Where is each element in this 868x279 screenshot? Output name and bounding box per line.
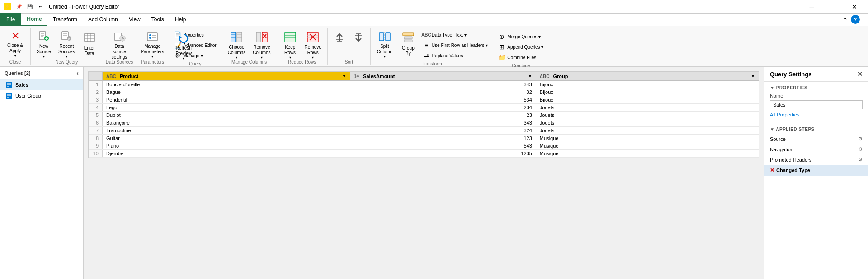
sort-desc-icon xyxy=(351,30,366,45)
keep-rows-icon xyxy=(283,30,297,44)
properties-label: PROPERTIES xyxy=(776,85,807,90)
tab-file[interactable]: File xyxy=(0,13,21,26)
tab-transform[interactable]: Transform xyxy=(47,13,83,26)
enter-data-icon xyxy=(82,30,97,45)
step-gear-icon[interactable]: ⚙ xyxy=(858,136,863,142)
product-cell: Boucle d'oreille xyxy=(103,81,350,88)
combine-files-button[interactable]: 📁 Combine Files xyxy=(496,52,546,62)
reduce-rows-buttons: KeepRows ▾ RemoveRows ▾ xyxy=(280,28,325,59)
product-cell: Piano xyxy=(103,142,350,150)
keep-rows-button[interactable]: KeepRows ▾ xyxy=(280,28,301,59)
app-icon: ⚡ xyxy=(4,3,11,10)
help-icon[interactable]: ? xyxy=(851,15,860,24)
refresh-preview-label: RefreshPreview xyxy=(175,46,192,56)
query-settings-close-button[interactable]: ✕ xyxy=(857,70,863,78)
applied-steps-section-title: ▼ APPLIED STEPS xyxy=(764,123,868,134)
window-undo[interactable]: ↩ xyxy=(36,2,45,11)
append-queries-button[interactable]: ⊞ Append Queries ▾ xyxy=(496,42,546,52)
svg-rect-32 xyxy=(262,32,267,42)
window-save[interactable]: 💾 xyxy=(25,2,34,11)
sales-amount-cell: 534 xyxy=(350,96,536,104)
remove-columns-button[interactable]: RemoveColumns ▾ xyxy=(250,28,274,59)
enter-data-label: EnterData xyxy=(84,46,95,56)
group-by-button[interactable]: GroupBy xyxy=(397,28,420,59)
query-name-input[interactable] xyxy=(770,100,863,109)
close-apply-button[interactable]: ✕ Close &Apply ▾ xyxy=(3,28,28,59)
replace-values-label: Replace Values xyxy=(432,53,463,58)
product-cell: Bague xyxy=(103,88,350,96)
sort-asc-button[interactable] xyxy=(330,28,349,59)
group-col-dropdown[interactable]: ▼ xyxy=(751,74,755,79)
row-number: 2 xyxy=(89,88,103,96)
applied-step-promoted-headers[interactable]: Promoted Headers ⚙ xyxy=(764,154,868,165)
close-button[interactable]: ✕ xyxy=(844,0,864,14)
svg-rect-49 xyxy=(379,33,384,41)
product-col-dropdown[interactable]: ▼ xyxy=(342,74,346,79)
enter-data-button[interactable]: EnterData xyxy=(79,28,100,59)
sales-amount-col-dropdown[interactable]: ▼ xyxy=(528,74,532,79)
product-cell: Trampoline xyxy=(103,127,350,135)
svg-rect-52 xyxy=(403,33,414,36)
new-source-icon xyxy=(37,30,51,43)
first-row-headers-label: Use First Row as Headers ▾ xyxy=(432,43,488,48)
merge-queries-button[interactable]: ⊕ Merge Queries ▾ xyxy=(496,32,546,42)
ribbon-group-combine: ⊕ Merge Queries ▾ ⊞ Append Queries ▾ 📁 C… xyxy=(493,28,548,65)
manage-columns-buttons: ChooseColumns ▾ RemoveColumns ▾ xyxy=(225,28,274,59)
split-column-button[interactable]: SplitColumn ▾ xyxy=(373,28,396,59)
remove-rows-button[interactable]: RemoveRows ▾ xyxy=(302,28,325,59)
split-column-dropdown[interactable]: ▾ xyxy=(384,55,386,59)
tab-view[interactable]: View xyxy=(123,13,146,26)
applied-step-navigation[interactable]: Navigation ⚙ xyxy=(764,144,868,154)
replace-values-button[interactable]: ⇄ Replace Values xyxy=(420,51,490,60)
refresh-preview-button[interactable]: RefreshPreview ▾ xyxy=(172,30,195,60)
group-col-label: Group xyxy=(553,74,568,79)
sidebar-item-sales[interactable]: Sales xyxy=(0,79,83,90)
tab-help[interactable]: Help xyxy=(170,13,192,26)
step-gear-icon[interactable]: ⚙ xyxy=(858,157,863,163)
table-row: 5 Duplot 23 Jouets xyxy=(89,112,759,119)
product-cell: Balançoire xyxy=(103,119,350,127)
remove-columns-label: RemoveColumns xyxy=(253,45,270,56)
combine-files-icon: 📁 xyxy=(498,54,505,61)
data-type-label: Data Type: Text ▾ xyxy=(432,33,467,37)
minimize-button[interactable]: ─ xyxy=(802,0,822,14)
recent-sources-button[interactable]: ↺ RecentSources ▾ xyxy=(55,28,78,59)
all-properties-link[interactable]: All Properties xyxy=(764,110,868,119)
applied-step-source[interactable]: Source ⚙ xyxy=(764,134,868,144)
first-row-headers-button[interactable]: ≡ Use First Row as Headers ▾ xyxy=(420,40,490,50)
svg-text:↺: ↺ xyxy=(68,37,71,41)
manage-parameters-button[interactable]: ManageParameters ▾ xyxy=(139,28,166,59)
new-source-button[interactable]: NewSource ▾ xyxy=(33,28,54,59)
refresh-preview-dropdown[interactable]: ▾ xyxy=(183,56,184,61)
data-source-settings-button[interactable]: Data sourcesettings xyxy=(106,28,132,59)
svg-rect-26 xyxy=(237,32,242,42)
data-type-button[interactable]: ABC Data Type: Text ▾ xyxy=(420,30,490,40)
close-apply-dropdown[interactable]: ▾ xyxy=(14,54,16,58)
applied-step-changed-type[interactable]: ✕ Changed Type xyxy=(764,165,868,176)
sidebar-collapse-button[interactable]: ‹ xyxy=(76,70,79,77)
choose-columns-button[interactable]: ChooseColumns ▾ xyxy=(225,28,249,59)
product-cell: Duplot xyxy=(103,112,350,119)
group-column-header[interactable]: ABC Group ▼ xyxy=(536,72,759,81)
sort-desc-button[interactable] xyxy=(349,28,368,59)
svg-rect-35 xyxy=(285,32,296,42)
query-settings-header: Query Settings ✕ xyxy=(764,67,868,82)
sidebar-item-user-group[interactable]: User Group xyxy=(0,90,83,101)
window-pin[interactable]: 📌 xyxy=(14,2,24,11)
step-gear-icon[interactable]: ⚙ xyxy=(858,146,863,152)
table-row: 9 Piano 543 Musique xyxy=(89,142,759,150)
ribbon-collapse-icon[interactable]: ⌃ xyxy=(842,16,848,25)
data-table-wrapper: ABC Product ▼ 1²³ SalesAmount xyxy=(88,71,760,158)
tab-home[interactable]: Home xyxy=(21,13,47,26)
product-cell: Pendentif xyxy=(103,96,350,104)
tab-tools[interactable]: Tools xyxy=(146,13,170,26)
step-label: Changed Type xyxy=(776,167,810,173)
sales-amount-cell: 324 xyxy=(350,127,536,135)
product-column-header[interactable]: ABC Product ▼ xyxy=(103,72,350,81)
step-delete-icon[interactable]: ✕ xyxy=(770,167,774,173)
tab-add-column[interactable]: Add Column xyxy=(83,13,123,26)
maximize-button[interactable]: □ xyxy=(823,0,843,14)
ribbon-group-sort: Sort xyxy=(328,28,371,65)
table-body: 1 Boucle d'oreille 343 Bijoux 2 Bague 32… xyxy=(89,81,759,158)
sales-amount-column-header[interactable]: 1²³ SalesAmount ▼ xyxy=(350,72,536,81)
